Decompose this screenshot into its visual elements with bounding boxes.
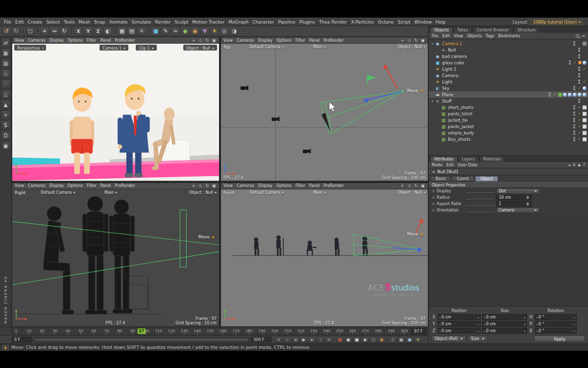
viewport-menu-options[interactable]: Options <box>68 184 83 188</box>
anim-dot[interactable] <box>432 209 435 211</box>
enable-check[interactable]: ✓ <box>577 124 582 129</box>
live-selection-icon[interactable]: ○ <box>26 27 35 36</box>
visibility-dots[interactable] <box>549 92 551 97</box>
menu-render[interactable]: Render <box>153 20 172 25</box>
simulate-icon[interactable]: ◉ <box>191 27 199 36</box>
render-settings-icon[interactable]: ☼ <box>137 27 146 36</box>
menu-snap[interactable]: Snap <box>92 20 107 25</box>
enable-check[interactable]: ✓ <box>553 92 557 97</box>
radius-field[interactable]: 10 cm <box>496 195 532 200</box>
enable-check[interactable]: ✓ <box>577 105 582 109</box>
visibility-dots[interactable] <box>578 54 580 58</box>
object-row-pants-jacket[interactable]: ▧pants_jacket✓ <box>429 123 588 130</box>
sphere-tag[interactable] <box>578 93 582 97</box>
menu-animate[interactable]: Animate <box>107 20 130 25</box>
sphere-tag[interactable] <box>583 93 587 97</box>
primitive-cube-icon[interactable]: ■ <box>151 27 160 36</box>
enable-check[interactable]: ✓ <box>577 137 582 141</box>
enable-check[interactable]: ✓ <box>577 118 582 122</box>
cloth-tag-tag[interactable] <box>583 112 587 116</box>
objects-menu-tags[interactable]: Tags <box>486 34 494 38</box>
viewport-front[interactable]: ViewCamerasDisplayOptionsFilterPanelProR… <box>220 183 428 327</box>
subtab-basic[interactable]: Basic <box>431 176 451 182</box>
sphere-tag[interactable] <box>573 93 577 97</box>
rotate-view-icon[interactable]: ↻ <box>414 184 418 188</box>
autokey-button[interactable]: ◉ <box>378 337 386 343</box>
target-tag[interactable] <box>583 42 587 46</box>
record-button[interactable]: ● <box>336 337 344 343</box>
cloth-tag-tag[interactable] <box>583 131 587 135</box>
viewport-menu-options[interactable]: Options <box>276 38 292 43</box>
visibility-dots[interactable] <box>573 137 575 141</box>
object-row-sky[interactable]: ◐Sky✓ <box>429 85 588 91</box>
zoom-view-icon[interactable]: ◇ <box>198 38 203 43</box>
object-row-pants-tshirt[interactable]: ▧pants_tshirt✓ <box>429 110 588 117</box>
expander-icon[interactable]: ▾ <box>430 99 435 103</box>
viewport-menu-display[interactable]: Display <box>49 38 64 43</box>
cloth-tag-tag[interactable] <box>583 118 587 122</box>
pan-view-icon[interactable]: + <box>191 38 196 43</box>
orientation-dropdown[interactable]: Camera <box>496 208 539 213</box>
position-z-field[interactable]: ◂0 cm▸ <box>438 328 481 334</box>
rotation-b-field[interactable]: ◂0 °▸ <box>535 328 577 334</box>
visibility-dots[interactable] <box>573 118 575 122</box>
sphere-tag[interactable] <box>568 93 572 97</box>
goto-start-button[interactable]: « <box>275 337 283 343</box>
attributes-menu-user-data[interactable]: User Data <box>458 163 477 167</box>
object-row-boy-shorts[interactable]: ▧Boy_shorts✓ <box>429 136 588 142</box>
attributes-menu-edit[interactable]: Edit <box>446 163 454 167</box>
enable-check[interactable]: ✓ <box>582 79 587 84</box>
key-scale-icon[interactable]: ■ <box>353 337 361 343</box>
viewport-menu-display[interactable]: Display <box>258 38 273 43</box>
make-editable-icon[interactable]: ⇄ <box>1 38 10 47</box>
model-mode-icon[interactable]: ▦ <box>1 49 10 57</box>
text-tool-icon[interactable]: A <box>573 163 575 167</box>
viewport-menu-filter[interactable]: Filter <box>87 38 97 43</box>
viewport-menu-prorender[interactable]: ProRender <box>115 38 135 43</box>
tab-structure[interactable]: Structure <box>514 27 539 33</box>
back-icon[interactable]: ◂ <box>568 163 570 167</box>
render-picture-viewer-icon[interactable]: ▤ <box>127 27 136 36</box>
rotate-icon[interactable]: ↻ <box>60 27 69 36</box>
anim-dot[interactable] <box>432 190 435 192</box>
maximize-view-icon[interactable]: ▣ <box>420 38 425 43</box>
rotate-view-icon[interactable]: ↻ <box>205 184 210 188</box>
menu-plugins[interactable]: Plugins <box>297 20 317 25</box>
hud-toggle-icon[interactable]: ▦ <box>397 337 405 343</box>
rotate-view-icon[interactable]: ↻ <box>205 38 210 43</box>
viewport-menu-panel[interactable]: Panel <box>100 184 111 188</box>
prev-frame-button[interactable]: ◂ <box>292 337 299 343</box>
size-z-field[interactable]: ◂0 cm▸ <box>482 328 527 334</box>
top-canvas[interactable]: Top Default Camera▪ Main▪ Object : Null▪… <box>221 44 428 181</box>
prev-key-button[interactable]: ‹ <box>283 337 291 343</box>
front-canvas[interactable]: Front Default Camera▪ Main▪ Object : Nul… <box>221 189 428 327</box>
menu-help[interactable]: Help <box>434 20 448 25</box>
expander-icon[interactable]: ▾ <box>430 42 435 45</box>
pan-view-icon[interactable]: + <box>191 184 196 188</box>
texture-mode-icon[interactable]: ▨ <box>1 59 10 68</box>
size-y-field[interactable]: ◂0 cm▸ <box>482 321 527 327</box>
sphere-tag[interactable] <box>583 61 587 65</box>
tab-objects[interactable]: Objects <box>430 27 453 33</box>
menu-sculpt[interactable]: Sculpt <box>172 20 190 25</box>
visibility-dots[interactable] <box>573 131 575 135</box>
menu-tools[interactable]: Tools <box>62 20 76 25</box>
menu-edit[interactable]: Edit <box>13 20 25 25</box>
timeline-playhead[interactable]: 97 <box>138 328 146 334</box>
menu-character[interactable]: Character <box>250 20 276 25</box>
zoom-view-icon[interactable]: ◇ <box>198 184 203 188</box>
next-key-button[interactable]: › <box>317 337 324 343</box>
coord-system-icon[interactable]: ◐ <box>103 27 112 36</box>
anim-dot[interactable] <box>432 203 435 205</box>
display-filter-icon[interactable]: ◑ <box>230 27 239 36</box>
enable-check[interactable]: ✓ <box>577 86 582 90</box>
visibility-dots[interactable] <box>573 105 575 109</box>
viewport-menu-filter[interactable]: Filter <box>295 184 305 188</box>
deformer-icon[interactable]: ▼ <box>200 27 209 36</box>
viewport-menu-cameras[interactable]: Cameras <box>28 38 46 43</box>
enable-check[interactable]: ✓ <box>577 111 582 116</box>
edges-mode-icon[interactable]: △ <box>1 90 10 99</box>
display-dropdown[interactable]: Dot <box>496 188 539 194</box>
objects-menu-objects[interactable]: Objects <box>467 34 482 38</box>
move-icon[interactable]: + <box>40 27 49 36</box>
